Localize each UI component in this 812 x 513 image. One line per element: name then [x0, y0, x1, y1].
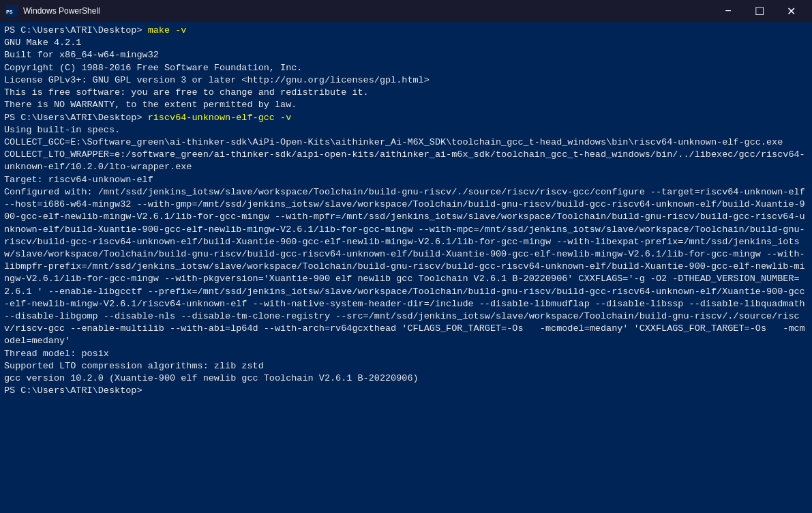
- prompt-command: riscv64-unknown-elf-gcc -v: [148, 113, 292, 123]
- svg-text:PS: PS: [6, 9, 13, 15]
- window-controls: − ☐ ✕: [712, 0, 807, 22]
- terminal-line: Target: riscv64-unknown-elf: [4, 174, 808, 186]
- terminal-line: GNU Make 4.2.1: [4, 37, 808, 49]
- terminal-line: License GPLv3+: GNU GPL version 3 or lat…: [4, 74, 808, 87]
- close-button[interactable]: ✕: [775, 0, 807, 22]
- terminal-line: PS C:\Users\ATRI\Desktop>: [4, 385, 808, 397]
- title-bar: PS Windows PowerShell − ☐ ✕: [0, 0, 812, 22]
- terminal-line: Using built-in specs.: [4, 124, 808, 136]
- prompt-command: make -v: [148, 25, 187, 35]
- prompt-path: PS C:\Users\ATRI\Desktop>: [4, 25, 148, 35]
- terminal-line: Supported LTO compression algorithms: zl…: [4, 360, 808, 372]
- terminal-line: PS C:\Users\ATRI\Desktop> riscv64-unknow…: [4, 112, 808, 124]
- terminal-line: PS C:\Users\ATRI\Desktop> make -v: [4, 25, 808, 37]
- powershell-icon: PS: [5, 5, 18, 17]
- maximize-button[interactable]: ☐: [744, 0, 775, 22]
- terminal-line: COLLECT_GCC=E:\Software_green\ai-thinker…: [4, 136, 808, 149]
- terminal-line: gcc version 10.2.0 (Xuantie-900 elf newl…: [4, 372, 808, 385]
- terminal-line: There is NO WARRANTY, to the extent perm…: [4, 99, 808, 111]
- terminal-line: This is free software: you are free to c…: [4, 87, 808, 99]
- minimize-button[interactable]: −: [712, 0, 744, 22]
- powershell-window: PS Windows PowerShell − ☐ ✕ PS C:\Users\…: [0, 0, 812, 513]
- prompt-path: PS C:\Users\ATRI\Desktop>: [4, 385, 148, 396]
- window-title: Windows PowerShell: [23, 6, 712, 16]
- prompt-path: PS C:\Users\ATRI\Desktop>: [4, 113, 148, 123]
- terminal-line: Configured with: /mnt/ssd/jenkins_iotsw/…: [4, 186, 808, 348]
- terminal-line: Thread model: posix: [4, 348, 808, 360]
- terminal-line: Copyright (C) 1988-2016 Free Software Fo…: [4, 62, 808, 74]
- terminal-body[interactable]: PS C:\Users\ATRI\Desktop> make -vGNU Mak…: [0, 22, 812, 513]
- terminal-line: COLLECT_LTO_WRAPPER=e:/software_green/ai…: [4, 149, 808, 173]
- terminal-line: Built for x86_64-w64-mingw32: [4, 49, 808, 61]
